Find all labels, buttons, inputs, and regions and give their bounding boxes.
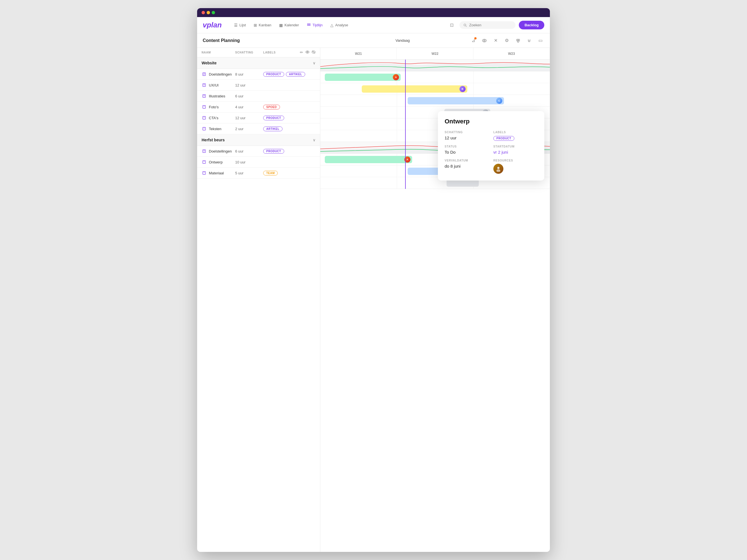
label-artikel: ARTIKEL — [286, 72, 305, 77]
svg-point-37 — [497, 167, 499, 169]
nav-item-kalender-label: Kalender — [284, 23, 299, 27]
task-schatting: 4 uur — [235, 105, 263, 109]
task-row-materiaal[interactable]: Materiaal 5 uur TEAM — [197, 168, 320, 179]
page-title: Content Planning — [203, 38, 336, 43]
close-icon[interactable]: ✕ — [492, 37, 499, 45]
logo[interactable]: vplan — [203, 21, 222, 29]
task-name: Doelstellingen — [209, 72, 235, 76]
gantt-row-doelstellingen-1: A — [320, 71, 550, 83]
svg-point-9 — [517, 41, 519, 42]
task-row-illustraties[interactable]: Illustraties 6 uur — [197, 91, 320, 102]
task-row-fotos[interactable]: Foto's 4 uur SPOED — [197, 102, 320, 112]
task-icon — [202, 94, 207, 99]
briefcase-icon[interactable]: ▭ — [537, 37, 544, 45]
nav-items: ☰ Lijst ⊞ Kanban ▦ Kalender — [231, 21, 445, 30]
gantt-bar-doelstellingen-1[interactable]: A — [325, 74, 401, 81]
popup-status-label: STATUS — [445, 145, 489, 148]
popup-avatar — [493, 164, 504, 174]
task-labels: PRODUCT — [263, 115, 284, 121]
task-name: Ontwerp — [209, 160, 235, 164]
group-name-herfstbeurs: Herfst beurs — [202, 138, 313, 142]
popup-vervaldatum-label: VERVALDATUM — [445, 159, 489, 162]
task-schatting: 6 uur — [235, 94, 263, 98]
group-row-herfstbeurs[interactable]: Herfst beurs ∨ — [197, 134, 320, 146]
task-row-ctas[interactable]: CTA's 12 uur PRODUCT — [197, 112, 320, 124]
table-header: NAAM SCHATTING LABELS ✏ — [197, 48, 320, 57]
timeline-icon — [307, 23, 311, 27]
attachment-icon[interactable]: ⊎ — [525, 37, 533, 45]
popup-field-vervaldatum: VERVALDATUM do 8 juni — [445, 159, 489, 174]
popup-startdatum-value[interactable]: vr 2 juni — [493, 150, 538, 155]
task-row-uxui[interactable]: UX/UI 12 uur — [197, 80, 320, 91]
task-icon — [202, 149, 207, 154]
task-row-doelstellingen-2[interactable]: Doelstellingen 6 uur PRODUCT — [197, 146, 320, 157]
nav-item-kalender[interactable]: ▦ Kalender — [276, 21, 302, 30]
puzzle-icon[interactable]: ⚙ — [503, 37, 511, 45]
task-name: Illustraties — [209, 94, 235, 98]
popup-startdatum-label: STARTDATUM — [493, 145, 538, 148]
analyse-icon: △ — [330, 23, 333, 27]
main-layout: NAAM SCHATTING LABELS ✏ — [197, 48, 550, 552]
nav-item-lijst[interactable]: ☰ Lijst — [231, 21, 249, 30]
gantt-bar-illustraties[interactable]: C — [408, 97, 504, 104]
hide-icon[interactable] — [312, 50, 315, 55]
group-row-website[interactable]: Website ∨ — [197, 57, 320, 69]
week-label-w21: W21 — [355, 52, 362, 56]
popup-card-ontwerp: Ontwerp SCHATTING 12 uur LABELS PRODUCT — [438, 111, 544, 181]
column-header-naam: NAAM — [202, 51, 235, 54]
nav-item-analyse[interactable]: △ Analyse — [327, 21, 352, 30]
close-dot[interactable] — [202, 11, 205, 14]
view-icon[interactable] — [306, 50, 309, 55]
task-name: Foto's — [209, 105, 235, 109]
eye-icon[interactable] — [481, 37, 488, 45]
nav-item-analyse-label: Analyse — [335, 23, 348, 27]
task-icon — [202, 83, 207, 88]
task-row-doelstellingen-1[interactable]: Doelstellingen 8 uur PRODUCT ARTIKEL — [197, 69, 320, 80]
maximize-dot[interactable] — [212, 11, 215, 14]
search-bar[interactable] — [460, 21, 515, 29]
task-schatting: 2 uur — [235, 127, 263, 131]
search-input[interactable] — [469, 23, 512, 27]
nav-item-tijdlijn[interactable]: Tijdlijn — [304, 21, 326, 30]
browser-window: vplan ☰ Lijst ⊞ Kanban ▦ Kalender — [197, 8, 550, 552]
avatar: B — [460, 86, 466, 92]
popup-schatting-label: SCHATTING — [445, 131, 489, 134]
edit-icon[interactable]: ✏ — [300, 50, 303, 55]
svg-point-10 — [306, 51, 309, 53]
gantt-bar-uxui[interactable]: B — [362, 85, 467, 92]
label-product: PRODUCT — [263, 115, 284, 121]
gantt-row-illustraties: C — [320, 95, 550, 107]
svg-rect-35 — [203, 171, 206, 175]
chevron-down-icon: ∨ — [313, 61, 315, 65]
gantt-bar-doelstellingen-2[interactable]: A — [325, 156, 412, 163]
task-row-teksten[interactable]: Teksten 2 uur ARTIKEL — [197, 124, 320, 134]
task-labels: TEAM — [263, 171, 278, 176]
logo-text: vplan — [203, 21, 222, 29]
group-icon[interactable] — [514, 37, 522, 45]
week-label-w22: W22 — [432, 52, 438, 56]
task-row-ontwerp[interactable]: Ontwerp 10 uur — [197, 157, 320, 168]
avatar: A — [393, 74, 399, 80]
task-schatting: 8 uur — [235, 72, 263, 76]
today-button[interactable]: Vandaag — [392, 37, 413, 44]
gantt-body: A B C D — [320, 60, 550, 189]
filter-icon[interactable]: ⊿ — [469, 37, 477, 45]
backlog-button[interactable]: Backlog — [519, 21, 544, 29]
task-labels: SPOED — [263, 105, 280, 109]
popup-grid: SCHATTING 12 uur LABELS PRODUCT ST — [445, 131, 538, 174]
nav-item-kanban[interactable]: ⊞ Kanban — [250, 21, 275, 30]
task-icon — [202, 104, 207, 109]
popup-labels-label: LABELS — [493, 131, 538, 134]
task-schatting: 6 uur — [235, 149, 263, 153]
expand-icon[interactable]: ⊡ — [447, 21, 456, 30]
capacity-chart-website — [320, 60, 550, 71]
task-icon — [202, 170, 207, 176]
popup-label-product: PRODUCT — [493, 136, 514, 141]
task-name: UX/UI — [209, 83, 235, 87]
today-line — [405, 60, 406, 189]
task-icon — [202, 160, 207, 165]
kanban-icon: ⊞ — [254, 23, 257, 27]
task-schatting: 12 uur — [235, 83, 263, 87]
popup-resources-label: RESOURCES — [493, 159, 538, 162]
minimize-dot[interactable] — [207, 11, 210, 14]
